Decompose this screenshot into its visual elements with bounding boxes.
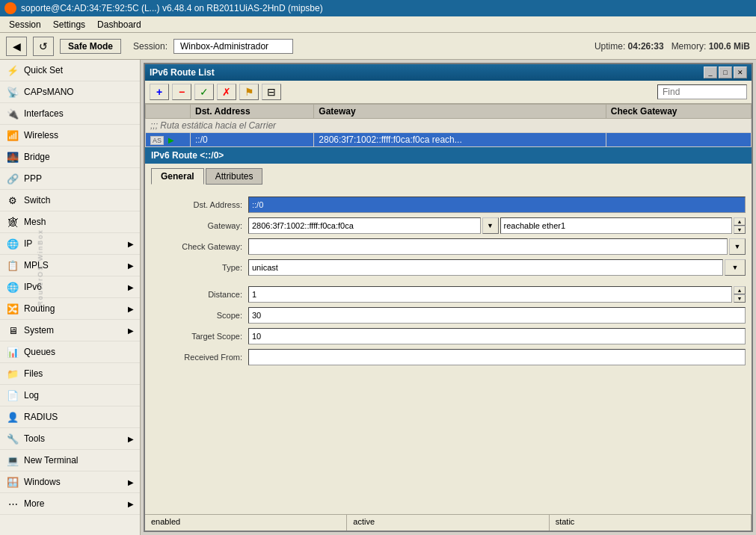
sidebar-item-new-terminal[interactable]: 💻 New Terminal xyxy=(0,450,140,471)
sidebar-item-routing[interactable]: 🔀 Routing ▶ xyxy=(0,298,140,320)
sidebar-label-ip: IP xyxy=(24,238,32,249)
spacer xyxy=(151,280,746,286)
sidebar-label-ppp: PPP xyxy=(24,173,42,184)
sidebar-label-capsman: CAPsMANO xyxy=(24,87,74,97)
distance-spin-down[interactable]: ▼ xyxy=(734,294,746,303)
back-button[interactable]: ◀ xyxy=(6,37,27,56)
sidebar-item-ipv6[interactable]: 🌐 IPv6 ▶ xyxy=(0,276,140,298)
gateway-spin: ▲ ▼ xyxy=(734,217,746,234)
sidebar-label-windows: Windows xyxy=(24,477,61,487)
sidebar-item-system[interactable]: 🖥 System ▶ xyxy=(0,320,140,341)
sidebar-label-tools: Tools xyxy=(24,433,45,444)
tab-attributes[interactable]: Attributes xyxy=(206,168,263,185)
type-dropdown-btn[interactable]: ▼ xyxy=(725,259,746,276)
sidebar-item-ip[interactable]: 🌐 IP ▶ xyxy=(0,233,140,255)
sidebar-item-files[interactable]: 📁 Files xyxy=(0,363,140,385)
uptime-label: Uptime: xyxy=(594,41,625,52)
table-row[interactable]: AS ▶ ::/0 2806:3f7:1002::ffff:f0ca:f0ca … xyxy=(146,133,752,147)
sidebar-item-capsman[interactable]: 📡 CAPsMANO xyxy=(0,81,140,103)
gateway-reachable-input[interactable] xyxy=(500,217,733,234)
distance-spin-up[interactable]: ▲ xyxy=(734,286,746,294)
tabs-container: General Attributes xyxy=(145,164,752,191)
forward-button[interactable]: ↺ xyxy=(33,37,54,56)
sidebar-item-windows[interactable]: 🪟 Windows ▶ xyxy=(0,471,140,493)
menu-session[interactable]: Session xyxy=(3,18,47,31)
scope-input[interactable] xyxy=(248,307,746,324)
menu-bar: Session Settings Dashboard xyxy=(0,16,756,33)
interfaces-icon: 🔌 xyxy=(6,107,19,120)
received-from-input[interactable] xyxy=(248,349,746,365)
row-dst: ::/0 xyxy=(191,133,314,147)
sidebar-label-ipv6: IPv6 xyxy=(24,282,42,292)
app-icon xyxy=(4,2,16,14)
sidebar-item-ppp[interactable]: 🔗 PPP xyxy=(0,168,140,190)
scope-row: Scope: xyxy=(151,307,746,324)
sidebar: ⚡ Quick Set 📡 CAPsMANO 🔌 Interfaces 📶 Wi… xyxy=(0,60,141,535)
quick-set-icon: ⚡ xyxy=(6,64,19,77)
sidebar-item-mpls[interactable]: 📋 MPLS ▶ xyxy=(0,255,140,276)
gateway-spin-up[interactable]: ▲ xyxy=(734,217,746,226)
sidebar-item-queues[interactable]: 📊 Queues xyxy=(0,341,140,363)
gateway-dropdown-btn[interactable]: ▼ xyxy=(482,217,499,234)
distance-input[interactable] xyxy=(248,286,732,303)
restore-button[interactable]: □ xyxy=(719,67,732,78)
sidebar-item-more[interactable]: ⋯ More ▶ xyxy=(0,493,140,515)
status-enabled: enabled xyxy=(145,515,347,531)
table-header-row: Dst. Address Gateway Check Gateway xyxy=(146,105,752,119)
flag-button[interactable]: ⚑ xyxy=(239,84,259,100)
sidebar-label-files: Files xyxy=(24,368,43,379)
check-gateway-dropdown-btn[interactable]: ▼ xyxy=(729,238,746,255)
session-label: Session: xyxy=(133,41,168,52)
sidebar-item-interfaces[interactable]: 🔌 Interfaces xyxy=(0,103,140,125)
received-from-label: Received From: xyxy=(151,353,248,362)
more-arrow: ▶ xyxy=(128,500,134,508)
distance-spin: ▲ ▼ xyxy=(734,286,746,303)
add-route-button[interactable]: + xyxy=(150,84,169,100)
minimize-button[interactable]: _ xyxy=(704,67,717,78)
menu-settings[interactable]: Settings xyxy=(47,18,91,31)
mpls-icon: 📋 xyxy=(6,259,19,272)
menu-dashboard[interactable]: Dashboard xyxy=(91,18,147,31)
sidebar-label-log: Log xyxy=(24,390,39,401)
tools-icon: 🔧 xyxy=(6,432,19,445)
distance-label: Distance: xyxy=(151,290,248,299)
gateway-spin-down[interactable]: ▼ xyxy=(734,226,746,234)
sidebar-item-wireless[interactable]: 📶 Wireless xyxy=(0,125,140,146)
scope-label: Scope: xyxy=(151,311,248,320)
find-input[interactable] xyxy=(657,84,747,99)
enable-route-button[interactable]: ✓ xyxy=(194,84,214,100)
safe-mode-button[interactable]: Safe Mode xyxy=(60,39,121,54)
sidebar-item-radius[interactable]: 👤 RADIUS xyxy=(0,406,140,428)
sidebar-item-tools[interactable]: 🔧 Tools ▶ xyxy=(0,428,140,450)
sidebar-item-mesh[interactable]: 🕸 Mesh xyxy=(0,211,140,233)
routing-arrow: ▶ xyxy=(128,305,134,313)
system-icon: 🖥 xyxy=(6,324,19,337)
sidebar-item-log[interactable]: 📄 Log xyxy=(0,385,140,406)
check-gateway-row: Check Gateway: ▼ xyxy=(151,238,746,255)
col-check-gateway: Check Gateway xyxy=(606,105,751,119)
tabs: General Attributes xyxy=(151,168,746,185)
sidebar-label-bridge: Bridge xyxy=(24,152,50,162)
sidebar-label-switch: Switch xyxy=(24,195,50,205)
close-button[interactable]: ✕ xyxy=(734,67,747,78)
memory-value: 100.6 MiB xyxy=(709,41,750,52)
type-input[interactable] xyxy=(248,259,723,276)
dst-address-input[interactable] xyxy=(248,197,746,213)
sidebar-item-quick-set[interactable]: ⚡ Quick Set xyxy=(0,60,140,81)
filter-button[interactable]: ⊟ xyxy=(262,84,281,100)
type-input-group: ▼ xyxy=(248,259,746,276)
uptime-display: Uptime: 04:26:33 Memory: 100.6 MiB xyxy=(594,41,750,52)
target-scope-label: Target Scope: xyxy=(151,332,248,341)
capsman-icon: 📡 xyxy=(6,85,19,99)
check-gateway-input[interactable] xyxy=(248,238,728,255)
remove-route-button[interactable]: − xyxy=(172,84,191,100)
window-title: IPv6 Route List xyxy=(150,67,215,78)
gateway-input[interactable] xyxy=(248,217,481,234)
type-row: Type: ▼ xyxy=(151,259,746,276)
disable-route-button[interactable]: ✗ xyxy=(217,84,236,100)
target-scope-input[interactable] xyxy=(248,328,746,344)
sidebar-item-switch[interactable]: ⚙ Switch xyxy=(0,190,140,211)
wireless-icon: 📶 xyxy=(6,129,19,142)
sidebar-item-bridge[interactable]: 🌉 Bridge xyxy=(0,146,140,168)
tab-general[interactable]: General xyxy=(151,168,204,185)
